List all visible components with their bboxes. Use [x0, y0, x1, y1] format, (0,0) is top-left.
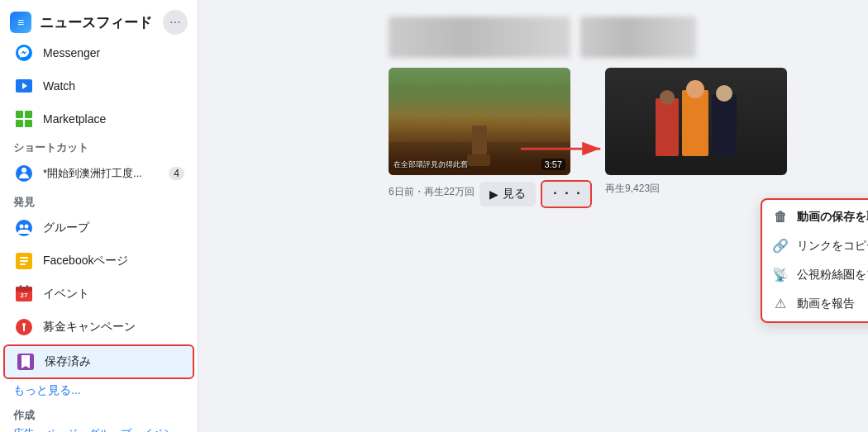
svg-rect-3	[16, 111, 23, 118]
dropdown-item-follow-label: 公視粉絲圏をフォロー	[797, 268, 868, 282]
blurred-header-1	[389, 17, 570, 58]
shortcuts-section-label: ショートカット	[0, 135, 198, 157]
news-feed-icon: ≡	[10, 12, 31, 33]
blurred-header-2	[580, 17, 696, 58]
marketplace-icon	[13, 108, 35, 130]
dropdown-menu: 🗑 動画の保存を取り消し 🔗 リンクをコピー 📡 公視粉絲圏をフォロー ⚠ 動画…	[761, 198, 868, 323]
dropdown-item-report[interactable]: ⚠ 動画を報告	[762, 289, 868, 318]
dropdown-item-unsave[interactable]: 🗑 動画の保存を取り消し	[762, 203, 868, 231]
figure-3-head	[716, 85, 732, 102]
svg-rect-5	[16, 120, 23, 127]
shortcut-badge: 4	[169, 167, 184, 180]
groups-icon	[13, 217, 35, 239]
video-1-action-row: 6日前・再生22万回 ▶ 見る ・・・	[389, 180, 592, 208]
figure-1	[656, 98, 679, 156]
safari-subtitle: 在全部環評見勿得此舊	[393, 159, 468, 170]
figure-1-body	[656, 98, 679, 156]
video-info-text: 6日前・再生22万回	[389, 185, 475, 199]
sidebar-item-messenger[interactable]: Messenger	[3, 37, 194, 69]
dropdown-item-unsave-label: 動画の保存を取り消し	[797, 210, 868, 225]
fundraiser-icon	[13, 316, 35, 338]
sidebar-item-events[interactable]: 27 イベント	[3, 278, 194, 310]
fundraiser-label: 募金キャンペーン	[43, 320, 136, 335]
svg-point-8	[21, 168, 26, 173]
sidebar-item-pages[interactable]: Facebookページ	[3, 245, 194, 277]
figure-3-body	[712, 94, 737, 156]
svg-rect-16	[20, 285, 21, 288]
figure-2-body	[682, 90, 708, 156]
shortcut-label: *開始到澳洲打工度...	[43, 166, 142, 181]
sidebar-item-fundraiser[interactable]: 募金キャンペーン	[3, 311, 194, 343]
saved-label: 保存済み	[45, 354, 91, 369]
messenger-icon	[13, 42, 35, 64]
watch-icon	[13, 75, 35, 97]
figure-3	[712, 94, 737, 156]
groups-label: グループ	[43, 221, 89, 235]
news-feed-header: ≡ ニュースフィード ···	[0, 7, 198, 36]
dropdown-item-report-label: 動画を報告	[797, 297, 855, 311]
sidebar-item-marketplace[interactable]: Marketplace	[3, 103, 194, 135]
video-thumb-audience[interactable]	[605, 68, 787, 175]
red-arrow	[521, 132, 612, 165]
stump	[471, 117, 488, 154]
sidebar-item-watch[interactable]: Watch	[3, 70, 194, 102]
watch-button[interactable]: ▶ 見る	[479, 182, 536, 207]
play-icon: ▶	[489, 188, 498, 201]
dropdown-item-copy-label: リンクをコピー	[797, 239, 868, 254]
figure-2-head	[686, 80, 704, 98]
stump-base	[467, 154, 490, 166]
svg-text:27: 27	[21, 292, 28, 299]
more-dots-label: ・・・	[549, 187, 584, 200]
blurred-headers	[389, 17, 851, 61]
dropdown-item-copy-link[interactable]: 🔗 リンクをコピー	[762, 231, 868, 260]
sidebar-item-groups[interactable]: グループ	[3, 212, 194, 244]
watch-label: Watch	[43, 79, 75, 93]
stump-trunk	[472, 126, 487, 154]
creation-title: 作成	[13, 408, 184, 423]
arrow-container	[521, 132, 612, 169]
events-label: イベント	[43, 287, 89, 301]
news-feed-more-button[interactable]: ···	[163, 10, 188, 35]
shortcut-icon	[13, 163, 35, 184]
pages-label: Facebookページ	[43, 254, 128, 268]
discover-section-label: 発見	[0, 190, 198, 211]
svg-rect-4	[25, 111, 32, 118]
videos-section: 在全部環評見勿得此舊 3:57 6日前・再生22万回 ▶ 見る ・・・	[389, 68, 851, 211]
dropdown-item-follow[interactable]: 📡 公視粉絲圏をフォロー	[762, 260, 868, 289]
pages-icon	[13, 250, 35, 272]
figure-2	[682, 90, 708, 156]
main-content: 在全部環評見勿得此舊 3:57 6日前・再生22万回 ▶ 見る ・・・	[198, 0, 868, 432]
svg-point-11	[25, 225, 29, 229]
report-icon: ⚠	[772, 296, 789, 311]
audience-figures	[605, 78, 787, 164]
messenger-label: Messenger	[43, 46, 100, 59]
sidebar-item-saved[interactable]: 保存済み	[3, 344, 194, 379]
video-2-container: 再生9,423回	[605, 68, 787, 211]
marketplace-label: Marketplace	[43, 112, 106, 126]
more-link[interactable]: もっと見る...	[0, 380, 198, 401]
creation-section: 作成 広告・ページ・グループ・イベント	[0, 401, 198, 432]
events-icon: 27	[13, 283, 35, 305]
more-link-text: もっと見る...	[13, 383, 81, 396]
video-1-info: 6日前・再生22万回 ▶ 見る ・・・	[389, 180, 592, 211]
svg-rect-17	[26, 285, 28, 288]
svg-rect-6	[25, 120, 32, 127]
unsave-icon: 🗑	[772, 210, 789, 225]
link-icon: 🔗	[772, 238, 789, 254]
watch-button-label: 見る	[503, 187, 526, 202]
news-feed-title: ニュースフィード	[40, 13, 152, 32]
follow-icon: 📡	[772, 267, 789, 282]
video-2-info: 再生9,423回	[605, 180, 787, 196]
creation-links: 広告・ページ・グループ・イベント	[13, 426, 184, 432]
figure-1-head	[660, 90, 675, 105]
saved-icon	[15, 351, 36, 373]
more-options-button[interactable]: ・・・	[541, 180, 592, 208]
svg-point-10	[20, 225, 24, 229]
video-2-info-text: 再生9,423回	[605, 183, 660, 194]
creation-links-text[interactable]: 広告・ページ・グループ・イベント	[13, 427, 174, 432]
sidebar-item-shortcut[interactable]: *開始到澳洲打工度... 4	[3, 158, 194, 189]
sidebar: ≡ ニュースフィード ··· Messenger Watch	[0, 0, 198, 432]
